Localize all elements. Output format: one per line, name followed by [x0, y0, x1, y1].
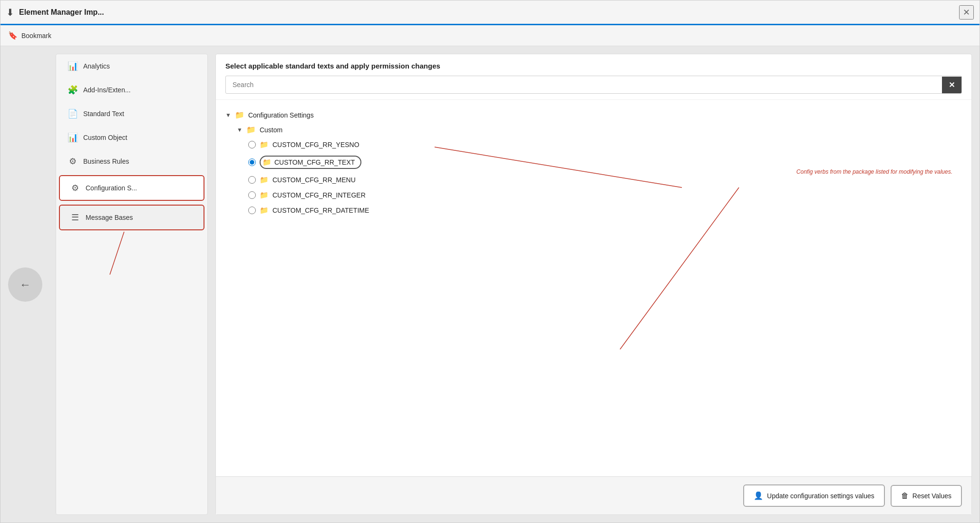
custom-object-label: Custom Object: [83, 134, 127, 141]
standard-text-label: Standard Text: [83, 110, 124, 118]
datetime-folder-icon: 📁: [260, 206, 269, 215]
bookmark-label: Bookmark: [21, 32, 51, 39]
tree-custom-label: Custom: [260, 126, 282, 134]
message-bases-icon: ☰: [69, 212, 81, 223]
main-window: ⬇ Element Manager Imp... ✕ 🔖 Bookmark ← …: [0, 0, 980, 523]
text-label: CUSTOM_CFG_RR_TEXT: [274, 158, 355, 166]
title-bar: ⬇ Element Manager Imp... ✕: [0, 0, 980, 25]
selected-item-text: 📁 CUSTOM_CFG_RR_TEXT: [260, 156, 361, 169]
chevron-down-icon: ▼: [225, 112, 231, 118]
left-panel: 📊 Analytics 🧩 Add-Ins/Exten... 📄 Standar…: [56, 54, 208, 515]
datetime-label: CUSTOM_CFG_RR_DATETIME: [272, 207, 369, 214]
integer-folder-icon: 📁: [260, 191, 269, 199]
integer-label: CUSTOM_CFG_RR_INTEGER: [272, 191, 366, 199]
right-annotation: Config verbs from the package listed for…: [796, 168, 952, 175]
business-rules-label: Business Rules: [83, 158, 129, 165]
app-icon: ⬇: [6, 7, 14, 18]
chevron-down-icon-custom: ▼: [237, 127, 243, 133]
analytics-icon: 📊: [67, 61, 78, 71]
back-arrow-icon: ←: [19, 278, 31, 291]
radio-text[interactable]: [248, 158, 256, 166]
sidebar-item-business-rules[interactable]: ⚙ Business Rules: [56, 149, 207, 173]
radio-yesno[interactable]: [248, 141, 256, 148]
custom-object-icon: 📊: [67, 132, 78, 143]
tree-radio-integer: 📁 CUSTOM_CFG_RR_INTEGER: [248, 187, 962, 203]
window-title: Element Manager Imp...: [19, 8, 954, 17]
sidebar-item-message-bases[interactable]: ☰ Message Bases: [59, 205, 204, 230]
custom-folder-icon: 📁: [246, 125, 256, 134]
trash-icon: 🗑: [901, 492, 909, 500]
menu-label: CUSTOM_CFG_RR_MENU: [272, 176, 356, 184]
sidebar-item-analytics[interactable]: 📊 Analytics: [56, 54, 207, 78]
tree-root[interactable]: ▼ 📁 Configuration Settings: [225, 108, 962, 122]
yesno-folder-icon: 📁: [260, 140, 269, 149]
bottom-bar: 👤 Update configuration settings values 🗑…: [216, 476, 971, 514]
update-icon: 👤: [754, 491, 763, 500]
yesno-label: CUSTOM_CFG_RR_YESNO: [272, 141, 359, 148]
search-input[interactable]: [226, 76, 942, 93]
tree-radio-datetime: 📁 CUSTOM_CFG_RR_DATETIME: [248, 203, 962, 218]
sidebar-item-config-settings[interactable]: ⚙ Configuration S...: [59, 175, 204, 201]
tree-container: ▼ 📁 Configuration Settings ▼ 📁 Custom: [216, 100, 971, 476]
standard-text-icon: 📄: [67, 109, 78, 119]
search-clear-button[interactable]: ✕: [942, 77, 961, 93]
addins-icon: 🧩: [67, 85, 78, 95]
menu-folder-icon: 📁: [260, 176, 269, 184]
tree-grandchildren: 📁 CUSTOM_CFG_RR_YESNO 📁 CUSTOM_CFG_RR_TE…: [237, 137, 962, 218]
update-config-button[interactable]: 👤 Update configuration settings values: [743, 484, 885, 507]
bookmark-icon: 🔖: [8, 31, 18, 40]
radio-integer[interactable]: [248, 191, 256, 199]
tree-root-label: Configuration Settings: [248, 111, 314, 119]
config-settings-label: Configuration S...: [86, 184, 137, 192]
sidebar-item-addins[interactable]: 🧩 Add-Ins/Exten...: [56, 78, 207, 102]
bookmark-bar: 🔖 Bookmark: [0, 25, 980, 46]
config-settings-icon: ⚙: [69, 183, 81, 193]
panel-title: Select applicable standard texts and app…: [225, 62, 962, 70]
right-panel: Select applicable standard texts and app…: [215, 54, 972, 515]
main-content: ← 📊 Analytics 🧩 Add-Ins/Exten... 📄 Stand…: [0, 46, 980, 523]
tree-radio-yesno: 📁 CUSTOM_CFG_RR_YESNO: [248, 137, 962, 152]
business-rules-icon: ⚙: [67, 156, 78, 167]
radio-menu[interactable]: [248, 176, 256, 184]
close-button[interactable]: ✕: [959, 5, 974, 20]
back-button[interactable]: ←: [8, 267, 42, 302]
message-bases-label: Message Bases: [86, 214, 133, 221]
search-bar: ✕: [225, 76, 962, 94]
reset-button-label: Reset Values: [912, 492, 951, 500]
analytics-label: Analytics: [83, 62, 110, 70]
text-folder-icon: 📁: [262, 158, 272, 167]
radio-datetime[interactable]: [248, 207, 256, 214]
panel-header: Select applicable standard texts and app…: [216, 54, 971, 100]
update-button-label: Update configuration settings values: [767, 492, 874, 500]
sidebar-item-standard-text[interactable]: 📄 Standard Text: [56, 102, 207, 126]
sidebar-item-custom-object[interactable]: 📊 Custom Object: [56, 126, 207, 149]
reset-values-button[interactable]: 🗑 Reset Values: [891, 485, 962, 507]
root-folder-icon: 📁: [235, 110, 244, 119]
addins-label: Add-Ins/Exten...: [83, 86, 131, 94]
tree-custom-node[interactable]: ▼ 📁 Custom: [237, 122, 962, 137]
